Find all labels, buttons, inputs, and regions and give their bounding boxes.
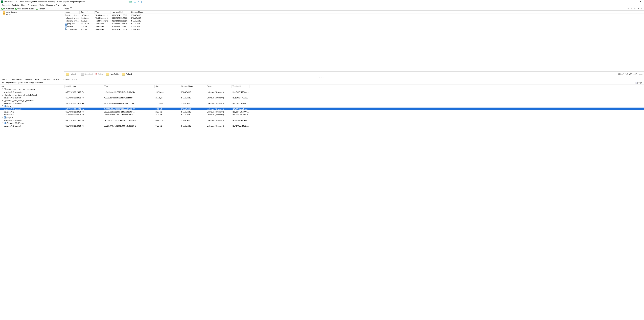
add-external-bucket-button[interactable]: Add external bucket (14, 8, 35, 10)
tab-preview[interactable]: Preview (52, 78, 61, 81)
file-row[interactable]: cluster1_svm...211 bytesText Document3/2… (64, 19, 644, 22)
favorite-icon[interactable]: ☆ (627, 8, 630, 10)
url-value[interactable]: http://bucket.s3portal.demo.netapp.com:8… (6, 82, 634, 84)
menu-help[interactable]: Help (60, 4, 67, 6)
version-revision-row[interactable]: revision #: 23/23/2024 11:23:36 PM9e8557… (0, 110, 644, 113)
vcol-storageclass[interactable]: Storage Class (180, 85, 206, 88)
vcol-owner[interactable]: Owner (206, 85, 232, 88)
file-lastmodified: 3/23/2024 11:23:25 PM (111, 20, 130, 22)
vcol-lastmodified[interactable]: Last Modified (64, 85, 103, 88)
version-id: NzE2NzEyMDAwL... (232, 119, 250, 121)
tab-properties[interactable]: Properties (40, 78, 52, 81)
version-revision-row[interactable]: revision #: 3 (current)3/24/2024 12:14:5… (0, 108, 644, 110)
version-file-row[interactable]: −hfs.exe (0, 105, 644, 108)
refresh-label: Refresh (39, 8, 45, 10)
menu-accounts[interactable]: Accounts (1, 4, 11, 6)
file-row[interactable]: cluster1_svm...211 bytesText Document3/2… (64, 16, 644, 19)
version-storageclass: STANDARD (180, 125, 206, 127)
delete-path-icon[interactable]: ✕ (634, 8, 636, 10)
version-revision-row[interactable]: revision #: 1 (current)3/23/2024 11:23:2… (0, 96, 644, 99)
version-file-row[interactable]: −cluster1_svm_demo_s3_details (1).txt (0, 94, 644, 96)
tab-permissions[interactable]: Permissions (11, 78, 24, 81)
versions-list[interactable]: −cluster1_demo_s3_user_s3_user.txtrevisi… (0, 88, 644, 127)
menu-buckets[interactable]: Buckets (11, 4, 20, 6)
file-size: 2.07 MB (80, 26, 94, 28)
delete-button[interactable]: ✖Delete (94, 72, 104, 76)
file-list[interactable]: cluster1_dem...157 bytesText Document3/2… (64, 14, 644, 72)
tab-versions[interactable]: Versions (61, 78, 71, 81)
keyboard-icon[interactable]: ⌨ (128, 0, 132, 3)
newfolder-label: New Folder (110, 73, 119, 75)
path-input[interactable]: / (70, 8, 72, 10)
bucket-tree[interactable]: ontap-dummybucket (0, 10, 64, 76)
version-key: revision #: 2 (0, 111, 64, 113)
menu-upgrade[interactable]: Upgrade to Pro! (45, 4, 60, 6)
new-bucket-button[interactable]: New bucket (1, 8, 14, 10)
version-revision-row[interactable]: revision #: 1 (current)3/23/2024 11:23:2… (0, 119, 644, 122)
tab-headers[interactable]: Headers (24, 78, 34, 81)
close-button[interactable]: ✕ (638, 0, 643, 3)
version-owner: Unknown (Unknown) (206, 97, 232, 99)
copy-button[interactable]: Copy (635, 82, 643, 84)
file-row[interactable]: putty.exe834.05 KBApplication3/23/2024 1… (64, 22, 644, 25)
version-revision-row[interactable]: revision #: 1 (current)3/23/2024 11:23:2… (0, 91, 644, 94)
collapse-icon[interactable]: − (2, 88, 3, 90)
newfolder-icon (106, 73, 109, 76)
upload-label: Upload (70, 73, 76, 75)
menu-tools[interactable]: Tools (38, 4, 45, 6)
version-revision-row[interactable]: revision #: 13/23/2024 11:23:25 PM9e8557… (0, 113, 644, 116)
refresh-buckets-button[interactable]: Refresh (35, 8, 46, 10)
columns-icon[interactable]: ≡ (640, 8, 643, 10)
version-file-row[interactable]: −cluster1_svm_demo_s3_details.txt (0, 99, 644, 102)
filter-icon[interactable]: ▾ (637, 8, 639, 10)
version-file-row[interactable]: −putty.exe (0, 116, 644, 119)
newfolder-button[interactable]: New Folder (105, 72, 120, 76)
download-button[interactable]: Download (80, 72, 94, 76)
col-size[interactable]: Size▲ (80, 10, 94, 14)
tab-tags[interactable]: Tags (34, 78, 40, 81)
vcol-versionid[interactable]: Version Id (232, 85, 250, 88)
file-icon (4, 94, 6, 96)
collapse-icon[interactable]: − (2, 94, 3, 96)
version-storageclass: STANDARD (180, 97, 206, 99)
file-row[interactable]: s3browser-11...9.58 MBApplication3/23/20… (64, 28, 644, 30)
vcol-etag[interactable]: ETag (103, 85, 154, 88)
cloud-icon[interactable]: ☁ (134, 0, 136, 3)
col-name[interactable]: Name (64, 10, 80, 14)
file-name: s3browser-11... (66, 28, 78, 30)
collapse-icon[interactable]: − (2, 122, 3, 124)
file-lastmodified: 3/23/2024 11:23:26 PM (111, 28, 130, 30)
tab-tasks-1-[interactable]: Tasks (1) (0, 78, 11, 81)
col-storageclass[interactable]: Storage Class (130, 10, 149, 14)
file-row[interactable]: cluster1_dem...157 bytesText Document3/2… (64, 14, 644, 16)
file-row[interactable]: hfs.exe2.07 MBApplication3/24/2024 12:14… (64, 25, 644, 28)
version-revision-row[interactable]: revision #: 1 (current)3/23/2024 11:23:2… (0, 124, 644, 127)
maximize-button[interactable]: ☐ (632, 0, 638, 3)
version-etag: 407753b646a6cfef19fde71eefb5ff04 (103, 97, 154, 99)
version-file-row[interactable]: −cluster1_demo_s3_user_s3_user.txt (0, 88, 644, 91)
info-icon[interactable]: i (138, 0, 139, 3)
version-file-row[interactable]: −s3browser-11-6-7.exe (0, 122, 644, 124)
bar-icon[interactable]: ▮ (141, 0, 142, 3)
bucket-tree-item[interactable]: ontap-dummy (1, 11, 63, 13)
col-lastmodified[interactable]: Last Modified (111, 10, 130, 14)
version-storageclass: STANDARD (180, 119, 206, 121)
refresh-files-button[interactable]: Refresh (121, 72, 133, 76)
collapse-icon[interactable]: − (2, 106, 3, 107)
file-type: Text Document (94, 20, 111, 22)
col-type[interactable]: Type (94, 10, 111, 14)
minimize-button[interactable]: — (626, 0, 632, 3)
status-text: 6 files (12.46 MB) and 0 folders (618, 73, 643, 75)
menu-files[interactable]: Files (20, 4, 26, 6)
collapse-icon[interactable]: − (2, 117, 3, 118)
upload-button[interactable]: Upload▼ (65, 72, 79, 76)
vcol-size[interactable]: Size (154, 85, 180, 88)
edit-icon[interactable]: ✎ (630, 8, 633, 10)
vcol-key[interactable]: Key (0, 85, 64, 88)
bucket-tree-item[interactable]: bucket (1, 13, 63, 16)
tab-event-log[interactable]: Event log (71, 78, 82, 81)
version-revision-row[interactable]: revision #: 1 (current)3/23/2024 11:23:2… (0, 102, 644, 105)
collapse-icon[interactable]: − (2, 100, 3, 101)
version-etag: 9e8557e98ed1269372ff0ace91d63477 (103, 114, 154, 116)
menu-bookmarks[interactable]: Bookmarks (26, 4, 38, 6)
